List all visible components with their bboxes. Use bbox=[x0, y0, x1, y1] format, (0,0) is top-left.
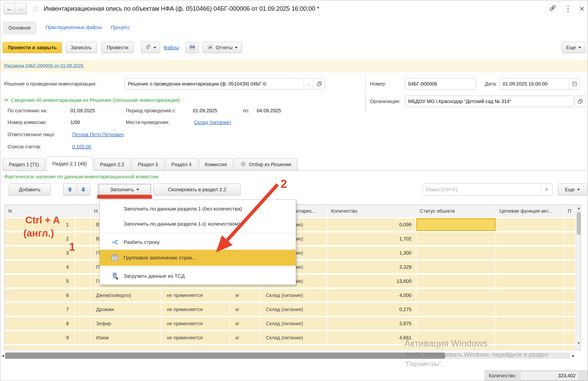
search-input[interactable] bbox=[423, 184, 541, 195]
person-link[interactable]: Петров Петр Петрович bbox=[72, 132, 124, 137]
forward-icon: → bbox=[18, 5, 24, 12]
accounts-label: Список счетов: bbox=[8, 144, 42, 150]
tab-attached-files[interactable]: Присоединенные файлы bbox=[46, 25, 102, 31]
tsd-device-icon bbox=[110, 271, 120, 281]
menu-item-label: Разбить строку bbox=[124, 239, 160, 245]
add-row-button[interactable]: Добавить bbox=[9, 183, 51, 196]
group-fill-icon bbox=[110, 253, 120, 263]
scroll-down-icon[interactable]: ▼ bbox=[576, 341, 581, 345]
tab-section-1[interactable]: Раздел 1 (71) bbox=[3, 158, 45, 171]
menu-separator bbox=[100, 267, 295, 267]
gear-icon bbox=[240, 161, 247, 168]
col-header-target[interactable]: Целевая функция акт... bbox=[496, 205, 564, 217]
chevron-down-icon bbox=[578, 47, 581, 48]
tab-main[interactable]: Основное bbox=[3, 21, 37, 34]
number-value: 04БГ-000006 bbox=[405, 81, 476, 87]
back-icon: ← bbox=[6, 5, 13, 12]
tab-process[interactable]: Процесс bbox=[111, 25, 130, 31]
decision-value: Решение о проведении инвентаризации (ф. … bbox=[125, 81, 304, 87]
date-value: 01.09.2025 16:00:00 bbox=[500, 81, 569, 87]
chevron-down-icon bbox=[4, 99, 9, 101]
org-open-button[interactable] bbox=[575, 96, 586, 107]
more-button-table[interactable]: Еще bbox=[558, 183, 587, 196]
menu-item-group-fill[interactable]: Групповое заполнение строк... bbox=[100, 250, 296, 266]
move-up-button[interactable] bbox=[63, 183, 77, 196]
table-row[interactable]: 8 Зефирне применяется кгСклад (питание) … bbox=[5, 317, 576, 330]
menu-item-load-tsd[interactable]: Загрузить данные из ТСД bbox=[100, 269, 296, 283]
menu-item-label: Групповое заполнение строк... bbox=[124, 255, 196, 261]
back-button[interactable]: ← bbox=[4, 3, 15, 14]
fill-dropdown-menu: Заполнить по данным раздела 1 (без колич… bbox=[100, 200, 296, 285]
col-header-status[interactable]: Статус объекта bbox=[416, 205, 496, 217]
org-field[interactable]: МБДОУ МО г.Краснодар "Детский сад № 314" bbox=[405, 96, 574, 107]
more-button-top[interactable]: Еще bbox=[562, 42, 585, 53]
forward-button[interactable]: → bbox=[15, 3, 26, 14]
totals-panel: Количество: 323,402 bbox=[484, 370, 588, 381]
receipt-link[interactable]: Расписка 04БГ-000005 от 01.09.2025 bbox=[4, 63, 83, 68]
link-icon[interactable] bbox=[549, 4, 557, 13]
menu-item-split-row[interactable]: Разбить строку bbox=[100, 235, 296, 250]
search-clear-icon[interactable]: × bbox=[541, 184, 552, 195]
vertical-scroll-thumb[interactable] bbox=[577, 212, 581, 235]
close-icon[interactable]: × bbox=[579, 4, 584, 13]
write-button[interactable]: Записать bbox=[66, 42, 97, 53]
selected-cell[interactable] bbox=[416, 218, 496, 231]
scroll-up-icon[interactable]: ▲ bbox=[576, 206, 581, 210]
split-row-icon bbox=[110, 237, 120, 247]
annotation-step-1: 1 bbox=[69, 240, 75, 253]
print-button[interactable] bbox=[186, 42, 199, 53]
fill-button[interactable]: Заполнить bbox=[98, 183, 151, 196]
tab-section-2-2[interactable]: Раздел 2.2 bbox=[94, 158, 130, 171]
app-window: ← → ☆ Инвентаризационная опись по объект… bbox=[0, 0, 588, 381]
col-header-qty[interactable]: Количество bbox=[328, 205, 416, 217]
org-label: Организация: bbox=[370, 99, 400, 104]
inventory-info-header: Сведения об инвентаризации из Решения (с… bbox=[11, 97, 180, 103]
menu-item-fill-without-qty[interactable]: Заполнить по данным раздела 1 (без колич… bbox=[100, 201, 296, 216]
favorite-star-icon[interactable]: ☆ bbox=[31, 3, 39, 14]
tab-section-2-1[interactable]: Раздел 2.1 (48) bbox=[46, 156, 93, 171]
open-icon[interactable] bbox=[314, 79, 325, 89]
more-menu-icon[interactable]: ⋮ bbox=[564, 4, 572, 13]
col-header-p[interactable]: П bbox=[564, 205, 576, 217]
windows-activation-watermark-line3: "Параметры". bbox=[404, 360, 443, 367]
decision-field[interactable]: Решение о проведении инвентаризации (ф. … bbox=[125, 78, 325, 89]
document-nav-tabs: Основное Присоединенные файлы Процесс bbox=[3, 21, 130, 34]
places-link[interactable]: Склад (питание) bbox=[194, 120, 231, 125]
col-header-flag[interactable] bbox=[75, 205, 91, 217]
table-row[interactable]: 7 Дрожжине применяется кгСклад (питание)… bbox=[5, 303, 576, 316]
annotation-hint-line1: Ctrl + A bbox=[25, 215, 60, 226]
files-link[interactable]: Файлы bbox=[163, 45, 179, 50]
accounts-link[interactable]: 0.105.00 bbox=[72, 144, 91, 150]
post-and-close-button[interactable]: Провести и закрыть bbox=[3, 42, 62, 53]
vertical-scrollbar[interactable]: ▲ ▼ bbox=[576, 205, 581, 350]
menu-item-fill-with-qty[interactable]: Заполнить по данным раздела 1 (с количес… bbox=[100, 216, 296, 231]
calendar-icon[interactable] bbox=[569, 79, 580, 89]
copy-to-section-button[interactable]: Скопировать в раздел 2.2 bbox=[153, 183, 241, 196]
arrow-down-icon bbox=[81, 187, 86, 192]
horizontal-scroll-thumb[interactable] bbox=[5, 353, 445, 359]
date-field[interactable]: 01.09.2025 16:00:00 bbox=[500, 78, 580, 89]
tab-section-3[interactable]: Раздел 3 bbox=[132, 158, 164, 171]
move-down-button[interactable] bbox=[77, 183, 90, 196]
open-icon[interactable] bbox=[575, 96, 586, 107]
tab-selection-from-decision[interactable]: Отбор из Решения bbox=[234, 158, 297, 171]
windows-activation-watermark-line2: Чтобы активировать Windows, перейдите в … bbox=[404, 351, 548, 358]
more-label: Еще bbox=[565, 187, 575, 192]
table-row[interactable]: 6 Джем(повидло)не применяется кгСклад (п… bbox=[5, 289, 576, 301]
inventory-info-collapse[interactable]: Сведения об инвентаризации из Решения (с… bbox=[4, 97, 180, 103]
scroll-left-icon[interactable]: ◄ bbox=[1, 354, 5, 358]
menu-item-label: Загрузить данные из ТСД bbox=[124, 273, 185, 279]
chevron-down-icon bbox=[136, 189, 139, 191]
post-button[interactable]: Провести bbox=[102, 42, 133, 53]
reports-button[interactable]: Отчеты bbox=[203, 42, 242, 53]
report-chart-icon bbox=[207, 44, 213, 51]
choose-button[interactable]: ... bbox=[304, 79, 314, 89]
history-nav: ← → bbox=[4, 3, 27, 14]
table-row[interactable]: 9 Изюмне применяется кгСклад (питание) 4… bbox=[5, 331, 576, 344]
attachments-button[interactable] bbox=[141, 42, 160, 53]
tab-section-4[interactable]: Раздел 4 bbox=[165, 158, 198, 171]
number-field[interactable]: 04БГ-000006 bbox=[405, 78, 476, 89]
scroll-right-icon[interactable]: ► bbox=[572, 354, 575, 358]
tab-commission[interactable]: Комиссия bbox=[199, 158, 233, 171]
windows-activation-watermark: Активация Windows bbox=[404, 338, 487, 349]
